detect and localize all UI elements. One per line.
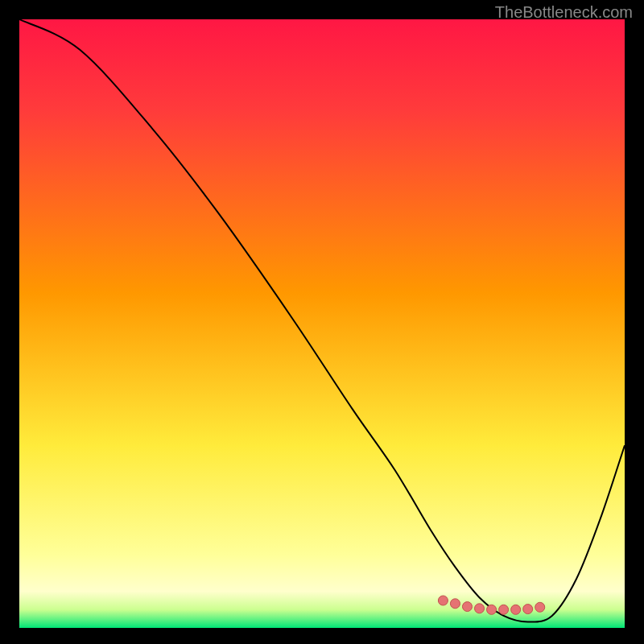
svg-rect-0 [19, 19, 625, 628]
gradient-background [19, 19, 625, 628]
watermark-label: TheBottleneck.com [495, 3, 633, 22]
plot-area [19, 19, 625, 628]
